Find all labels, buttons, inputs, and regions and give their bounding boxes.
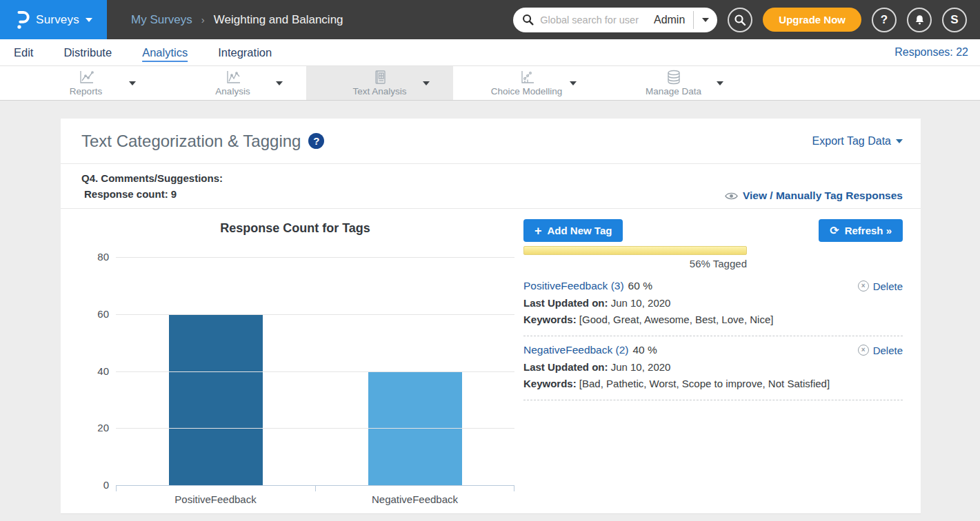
nav-item-distribute[interactable]: Distribute xyxy=(63,46,112,59)
upgrade-now-button[interactable]: Upgrade Now xyxy=(763,8,861,32)
keywords-label: Keywords: xyxy=(523,378,577,389)
keywords-value: [Bad, Pathetic, Worst, Scope to improve,… xyxy=(579,378,830,389)
plus-icon: + xyxy=(534,225,542,237)
divider xyxy=(693,11,694,29)
tab-label: Choice Modelling xyxy=(491,86,563,96)
tab-analysis[interactable]: Analysis xyxy=(159,66,306,100)
chart-section: Response Count for Tags 020406080 Positi… xyxy=(76,214,508,505)
search-icon xyxy=(522,14,534,25)
x-axis-label: NegativeFeedback xyxy=(315,493,514,505)
eye-icon xyxy=(725,192,738,201)
app-logo-menu[interactable]: Surveys xyxy=(0,0,107,39)
header-search-button[interactable] xyxy=(728,8,752,32)
tab-caret-icon[interactable] xyxy=(423,81,430,85)
y-axis-tick-label: 0 xyxy=(83,479,109,491)
keywords-value: [Good, Great, Awesome, Best, Love, Nice] xyxy=(579,314,774,325)
nav-item-edit[interactable]: Edit xyxy=(14,46,33,59)
avatar-initial: S xyxy=(950,13,958,27)
tags-section: + Add New Tag ⟳ Refresh » 56% Tagged Pos… xyxy=(508,214,903,505)
product-name: Surveys xyxy=(36,13,79,27)
tab-caret-icon[interactable] xyxy=(276,81,283,85)
search-scope[interactable]: Admin xyxy=(651,14,693,26)
tab-text-analysis[interactable]: Text Analysis xyxy=(306,66,453,100)
response-count: Response count: 9 xyxy=(81,186,223,202)
tab-label: Analysis xyxy=(215,86,250,96)
delete-tag-button[interactable]: × Delete xyxy=(858,345,903,356)
help-button[interactable]: ? xyxy=(872,8,897,32)
text-analysis-icon xyxy=(372,70,388,85)
tag-head: PositiveFeedback (3) 60 % × Delete xyxy=(523,280,903,292)
bell-icon xyxy=(914,14,926,25)
updated-value: Jun 10, 2020 xyxy=(611,361,671,373)
card-header: Text Categorization & Tagging ? Export T… xyxy=(61,119,921,164)
tab-reports[interactable]: Reports xyxy=(12,66,159,100)
breadcrumb: My Surveys › Weighting and Balancing xyxy=(131,13,343,27)
export-tag-data-button[interactable]: Export Tag Data xyxy=(812,135,903,147)
y-axis-tick-label: 40 xyxy=(83,365,109,377)
breadcrumb-current: Weighting and Balancing xyxy=(214,13,343,27)
updated-label: Last Updated on: xyxy=(523,297,608,309)
y-axis-tick-label: 80 xyxy=(83,251,109,263)
tag-updated-line: Last Updated on: Jun 10, 2020 xyxy=(523,297,903,309)
question-info: Q4. Comments/Suggestions: Response count… xyxy=(81,170,223,202)
tab-caret-icon[interactable] xyxy=(570,81,577,85)
export-tag-data-label: Export Tag Data xyxy=(812,135,891,147)
header-actions: Admin Upgrade Now ? S xyxy=(513,8,980,32)
tag-entry-positive: PositiveFeedback (3) 60 % × Delete Last … xyxy=(523,272,903,336)
gridline xyxy=(116,257,514,258)
tag-percent: 40 % xyxy=(633,344,657,356)
tagged-progress-bar xyxy=(523,246,747,255)
tab-caret-icon[interactable] xyxy=(129,81,136,85)
analytics-tabstrip: Reports Analysis Text Analysis Choice Mo… xyxy=(0,66,980,101)
question-row: Q4. Comments/Suggestions: Response count… xyxy=(61,164,921,209)
y-axis-tick-label: 60 xyxy=(83,308,109,320)
question-label: Q4. Comments/Suggestions: xyxy=(81,170,223,186)
tag-head: NegativeFeedback (2) 40 % × Delete xyxy=(523,344,903,356)
keywords-label: Keywords: xyxy=(523,314,577,325)
card-body: Response Count for Tags 020406080 Positi… xyxy=(61,209,921,505)
nav-item-analytics[interactable]: Analytics xyxy=(142,46,188,59)
tag-entry-negative: NegativeFeedback (2) 40 % × Delete Last … xyxy=(523,336,903,400)
tag-actions: + Add New Tag ⟳ Refresh » xyxy=(523,219,903,242)
delete-label: Delete xyxy=(873,280,903,292)
database-icon xyxy=(666,70,682,85)
refresh-button[interactable]: ⟳ Refresh » xyxy=(819,219,903,242)
chevron-down-icon xyxy=(86,18,92,22)
add-new-tag-label: Add New Tag xyxy=(548,225,612,236)
gridline xyxy=(116,371,514,372)
tab-label: Reports xyxy=(70,86,102,96)
tag-keywords-line: Keywords: [Bad, Pathetic, Worst, Scope t… xyxy=(523,378,903,389)
updated-value: Jun 10, 2020 xyxy=(611,297,671,309)
search-input[interactable] xyxy=(540,14,651,25)
add-new-tag-button[interactable]: + Add New Tag xyxy=(523,219,623,242)
tab-choice-modelling[interactable]: Choice Modelling xyxy=(453,66,600,100)
questionpro-logo-icon xyxy=(14,10,30,30)
tag-percent: 60 % xyxy=(628,280,652,292)
view-manually-tag-label: View / Manually Tag Responses xyxy=(743,190,903,202)
breadcrumb-separator-icon: › xyxy=(201,14,205,25)
tag-name-link[interactable]: PositiveFeedback (3) xyxy=(523,280,624,292)
tab-manage-data[interactable]: Manage Data xyxy=(600,66,747,100)
global-search: Admin xyxy=(513,8,717,32)
nav-item-integration[interactable]: Integration xyxy=(218,46,272,59)
survey-nav: Edit Distribute Analytics Integration Re… xyxy=(0,39,980,66)
tab-caret-icon[interactable] xyxy=(717,81,723,85)
title-help-icon[interactable]: ? xyxy=(308,133,324,149)
search-scope-caret-icon[interactable] xyxy=(702,18,709,22)
refresh-icon: ⟳ xyxy=(830,225,839,236)
content-area: Text Categorization & Tagging ? Export T… xyxy=(0,101,980,514)
choice-modelling-icon xyxy=(518,70,536,85)
view-manually-tag-link[interactable]: View / Manually Tag Responses xyxy=(725,190,903,202)
tab-label: Manage Data xyxy=(646,86,701,96)
user-avatar[interactable]: S xyxy=(942,8,967,32)
page-title: Text Categorization & Tagging xyxy=(81,132,301,151)
responses-count[interactable]: Responses: 22 xyxy=(894,46,968,59)
x-axis-tick xyxy=(514,485,514,491)
delete-label: Delete xyxy=(873,345,903,356)
breadcrumb-parent[interactable]: My Surveys xyxy=(131,13,192,27)
notifications-button[interactable] xyxy=(907,8,932,32)
gridline xyxy=(116,428,514,429)
tag-name-link[interactable]: NegativeFeedback (2) xyxy=(523,344,629,356)
delete-tag-button[interactable]: × Delete xyxy=(858,280,903,292)
tag-keywords-line: Keywords: [Good, Great, Awesome, Best, L… xyxy=(523,314,903,325)
